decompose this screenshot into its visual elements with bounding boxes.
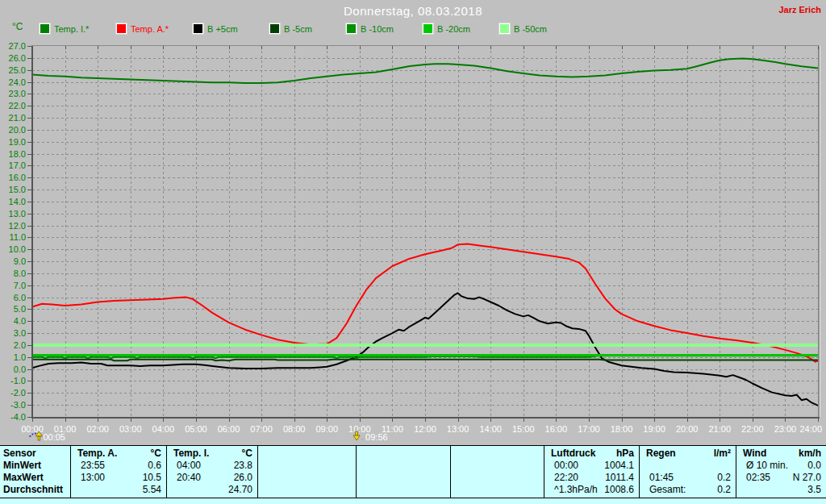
weather-app-screen: { "header": { "title": "Donnerstag, 08.0…: [0, 0, 826, 504]
y-tick-label: 15.0: [9, 185, 26, 194]
y-tick-label: 19.0: [9, 137, 26, 147]
y-axis-unit-label: °C: [12, 21, 23, 32]
table-cell-value: 24.70: [228, 484, 257, 496]
table-column-regen: Regenl/m²01:450.2Gesamt:0.2: [640, 446, 736, 498]
table-row-label-durchschnitt: Durchschnitt: [0, 484, 63, 496]
table-column-empty: [357, 446, 451, 498]
legend-swatch-icon: [40, 23, 50, 34]
legend-item-b-50cm: B -50cm: [499, 23, 576, 34]
legend-label: B -10cm: [361, 24, 394, 34]
x-tick-label: 03:00: [119, 424, 142, 434]
table-row: [451, 460, 544, 472]
x-tick-label: 04:00: [152, 424, 175, 434]
table-cell-value: 0.0: [807, 460, 826, 472]
x-tick-label: 18:00: [611, 424, 633, 434]
table-row: 20:4026.0: [167, 472, 257, 484]
x-tick-label: 20:00: [676, 424, 699, 434]
y-tick-label: 16.0: [9, 173, 26, 182]
table-row: [258, 448, 356, 460]
x-tick-label: 17:00: [578, 424, 600, 434]
table-column-empty: [258, 446, 357, 498]
table-sensor-unit: °C: [242, 448, 257, 460]
y-tick-label: 1.0: [14, 352, 26, 362]
x-tick-label: 23:00: [774, 424, 797, 434]
y-tick-label: 2.0: [14, 340, 26, 350]
y-tick-label: 0.0: [14, 364, 26, 374]
legend-item-b-20cm: B -20cm: [423, 23, 499, 34]
sensor-stats-table-columns: SensorMinWertMaxWertDurchschnittTemp. A.…: [0, 446, 826, 498]
y-tick-label: 13.0: [9, 209, 26, 219]
temperature-chart-svg[interactable]: -4.0-3.0-2.0-1.00.01.02.03.04.05.06.07.0…: [0, 0, 826, 445]
legend-label: B +5cm: [207, 24, 238, 34]
y-tick-label: 27.0: [9, 41, 26, 51]
table-cell-time: ^1.3hPa/h: [544, 484, 598, 496]
table-row-label-maxwert: MaxWert: [0, 472, 44, 484]
table-cell-value: 23.8: [234, 460, 257, 472]
y-tick-label: 12.0: [9, 221, 26, 231]
table-row: Temp. I.°C: [167, 448, 257, 460]
y-tick-label: 9.0: [14, 256, 26, 266]
x-tick-label: 00:00: [21, 424, 44, 434]
table-sensor-name: Temp. I.: [167, 448, 209, 460]
table-row: 00:001004.1: [544, 460, 639, 472]
user-name-label: Jarz Erich: [778, 5, 821, 15]
table-cell-time: 13:00: [71, 472, 105, 484]
table-cell-value: 0.2: [717, 472, 736, 484]
table-sensor-unit: hPa: [616, 448, 639, 460]
table-cell-value: 1011.4: [605, 472, 639, 484]
table-row: [357, 448, 450, 460]
x-tick-label: 24:00: [799, 424, 822, 434]
table-row: 01:450.2: [640, 472, 736, 484]
table-row: Windkm/h: [736, 448, 826, 460]
table-cell-time: 20:40: [167, 472, 201, 484]
table-row: Ø 10 min.0.0: [736, 460, 826, 472]
table-row: MaxWert: [0, 472, 70, 484]
x-tick-label: 09:00: [315, 424, 338, 434]
x-tick-label: 07:00: [250, 424, 273, 434]
table-cell-value: 0.6: [148, 460, 166, 472]
y-tick-label: -4.0: [10, 412, 26, 422]
table-column-wind: Windkm/hØ 10 min.0.002:35N 27.03.5: [736, 446, 826, 498]
legend-label: Temp. A.*: [131, 24, 169, 34]
table-row: 3.5: [736, 484, 826, 496]
x-tick-label: 02:00: [86, 424, 109, 434]
y-tick-label: -1.0: [10, 376, 26, 385]
table-row: [640, 460, 736, 472]
table-sensor-unit: l/m²: [714, 448, 736, 460]
table-row: 02:35N 27.0: [736, 472, 826, 484]
table-cell-value: 0.2: [717, 484, 736, 496]
table-cell-time: Gesamt:: [640, 484, 686, 496]
table-row: LuftdruckhPa: [544, 448, 639, 460]
table-cell-time: 00:00: [544, 460, 578, 472]
table-cell-value: 26.0: [234, 472, 257, 484]
table-row: Durchschnitt: [0, 484, 70, 496]
legend-label: B -5cm: [284, 24, 312, 34]
y-tick-label: 18.0: [9, 149, 26, 159]
table-sensor-unit: °C: [151, 448, 166, 460]
y-tick-label: -3.0: [10, 400, 26, 410]
table-row: [258, 484, 356, 496]
y-tick-label: 8.0: [14, 269, 26, 278]
table-cell-value: 5.54: [143, 484, 166, 496]
y-tick-label: 5.0: [14, 304, 26, 314]
table-sensor-name: Temp. A.: [71, 448, 117, 460]
table-row: 04:0023.8: [167, 460, 257, 472]
table-row: [357, 460, 450, 472]
table-column-temp-a: Temp. A.°C23:550.613:0010.55.54: [71, 446, 167, 498]
table-cell-value: 3.5: [807, 484, 826, 496]
table-row: Gesamt:0.2: [640, 484, 736, 496]
table-row: [258, 472, 356, 484]
table-column-temp-i: Temp. I.°C04:0023.820:4026.024.70: [167, 446, 258, 498]
chart-legend: Temp. I.*Temp. A.*B +5cmB -5cmB -10cmB -…: [40, 23, 576, 34]
y-tick-label: 7.0: [14, 281, 26, 290]
table-cell-time: 22:20: [544, 472, 578, 484]
table-row: [451, 448, 544, 460]
x-tick-label: 15:00: [512, 424, 535, 434]
table-cell-value: N 27.0: [793, 472, 826, 484]
legend-item-b-5cm: B -5cm: [269, 23, 346, 34]
table-row: 22:201011.4: [544, 472, 639, 484]
chart-plot-area[interactable]: -4.0-3.0-2.0-1.00.01.02.03.04.05.06.07.0…: [0, 0, 826, 448]
table-sensor-unit: km/h: [799, 448, 826, 460]
table-row: 13:0010.5: [71, 472, 166, 484]
y-tick-label: 3.0: [14, 328, 26, 338]
